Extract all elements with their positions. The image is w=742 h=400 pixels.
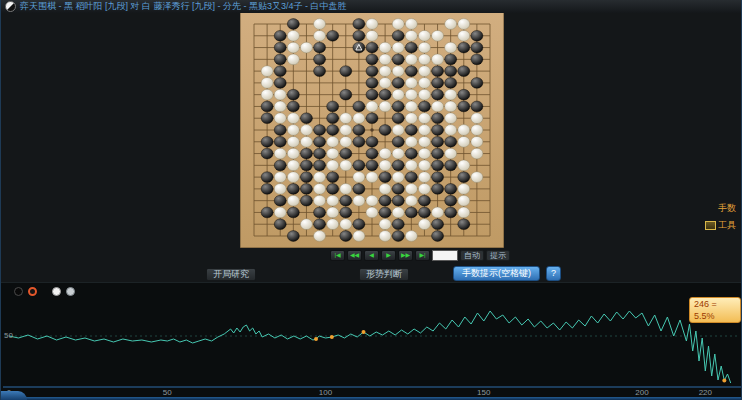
white-dot-dim-toggle[interactable] [66, 287, 75, 296]
x-axis-tick: 200 [635, 388, 648, 397]
title-bar[interactable]: 弈天围棋 - 黑 稻叶阳 [九段] 对 白 藤泽秀行 [九段] - 分先 - 黑… [1, 0, 741, 13]
side-tool-tools[interactable]: 工具 [705, 219, 736, 232]
nav-first-button[interactable]: |◀ [330, 250, 345, 261]
hint-button[interactable]: 提示 [486, 250, 510, 261]
nav-last-button[interactable]: ▶| [415, 250, 430, 261]
winrate-chart[interactable] [1, 282, 742, 400]
nav-forward-button[interactable]: ▶ [381, 250, 396, 261]
white-dot-toggle[interactable] [52, 287, 61, 296]
x-axis-tick: 100 [319, 388, 332, 397]
side-tool-move-numbers[interactable]: 手数 [718, 202, 736, 215]
move-number-input[interactable] [432, 250, 458, 261]
winrate-legend [14, 287, 75, 296]
black-dot-selected-toggle[interactable] [28, 287, 37, 296]
window-title: 弈天围棋 - 黑 稻叶阳 [九段] 对 白 藤泽秀行 [九段] - 分先 - 黑… [20, 0, 347, 13]
nav-back-button[interactable]: ◀ [364, 250, 379, 261]
x-axis-tick: 220 [699, 388, 712, 397]
x-axis-tick: 150 [477, 388, 490, 397]
app-window: 弈天围棋 - 黑 稻叶阳 [九段] 对 白 藤泽秀行 [九段] - 分先 - 黑… [0, 0, 742, 400]
side-tool-tools-label: 工具 [718, 219, 736, 232]
x-axis: 050100150200220 [1, 388, 742, 397]
go-board[interactable] [240, 12, 504, 248]
x-axis-tick: 50 [163, 388, 172, 397]
opening-study-button[interactable]: 开局研究 [206, 268, 256, 281]
nav-fast-forward-button[interactable]: ▶▶ [398, 250, 413, 261]
position-judge-button[interactable]: 形势判断 [359, 268, 409, 281]
y-axis-label: 50 [4, 331, 13, 340]
playback-controls: |◀ ◀◀ ◀ ▶ ▶▶ ▶| 自动 提示 [330, 250, 510, 261]
tools-icon [705, 221, 716, 230]
auto-play-button[interactable]: 自动 [460, 250, 484, 261]
app-icon [5, 1, 16, 12]
side-tool-move-numbers-label: 手数 [718, 202, 736, 215]
window-corner [1, 391, 27, 400]
move-hint-button[interactable]: 手数提示(空格键) [453, 266, 540, 281]
winrate-tooltip: 246 = 5.5% [689, 297, 741, 323]
black-dot-toggle[interactable] [14, 287, 23, 296]
help-button[interactable]: ? [546, 266, 561, 281]
nav-fast-back-button[interactable]: ◀◀ [347, 250, 362, 261]
